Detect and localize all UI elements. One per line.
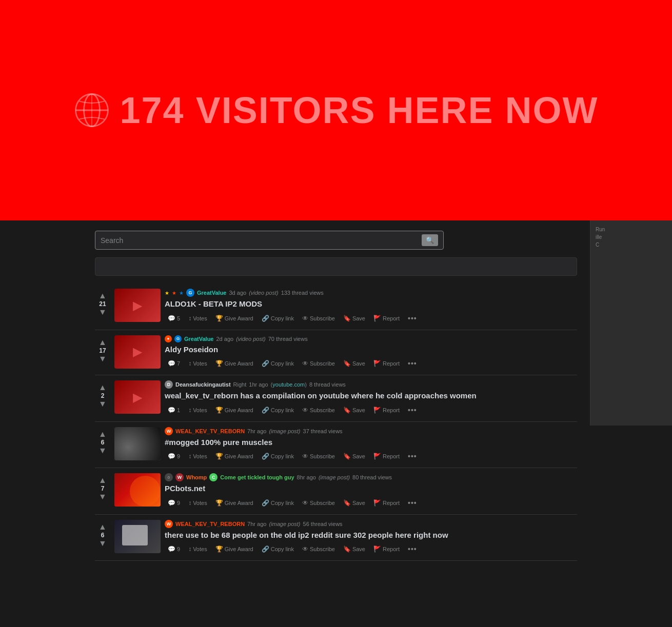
save-button[interactable]: 🔖 Save bbox=[340, 451, 368, 462]
username-tickle[interactable]: Come get tickled tough guy bbox=[220, 474, 294, 480]
give-award-button[interactable]: 🏆 Give Award bbox=[212, 404, 256, 416]
vote-column: ▲ 21 ▼ bbox=[95, 289, 110, 317]
comment-count[interactable]: 💬 7 bbox=[165, 358, 183, 369]
post-title[interactable]: PCbots.net bbox=[165, 483, 577, 494]
give-award-button[interactable]: 🏆 Give Award bbox=[212, 313, 256, 324]
votes-button[interactable]: ↕ Votes bbox=[185, 313, 210, 324]
upvote-button[interactable]: ▲ bbox=[98, 291, 107, 300]
comment-count[interactable]: 💬 9 bbox=[165, 543, 183, 555]
upvote-button[interactable]: ▲ bbox=[98, 522, 107, 532]
post-title[interactable]: Aldy Poseidon bbox=[165, 345, 577, 355]
username[interactable]: WEAL_KEV_TV_REBORN bbox=[175, 521, 245, 527]
search-input[interactable] bbox=[101, 236, 422, 245]
copy-link-button[interactable]: 🔗 Copy link bbox=[259, 358, 297, 369]
give-award-button[interactable]: 🏆 Give Award bbox=[212, 497, 256, 509]
subscribe-button[interactable]: 👁 Subscribe bbox=[299, 497, 338, 509]
username-whomp[interactable]: Whomp bbox=[186, 474, 207, 480]
username[interactable]: WEAL_KEV_TV_REBORN bbox=[175, 428, 245, 434]
post-thumbnail[interactable] bbox=[114, 473, 161, 507]
save-button[interactable]: 🔖 Save bbox=[340, 404, 368, 416]
copy-link-button[interactable]: 🔗 Copy link bbox=[259, 404, 297, 416]
post-thumbnail[interactable] bbox=[114, 427, 161, 460]
save-button[interactable]: 🔖 Save bbox=[340, 543, 368, 555]
comment-count[interactable]: 💬 5 bbox=[165, 313, 183, 324]
votes-button[interactable]: ↕ Votes bbox=[185, 404, 210, 416]
downvote-button[interactable]: ▼ bbox=[98, 492, 107, 501]
report-icon: 🚩 bbox=[373, 315, 381, 322]
upvote-button[interactable]: ▲ bbox=[98, 383, 107, 392]
more-options-button[interactable]: ••• bbox=[405, 450, 420, 462]
downvote-button[interactable]: ▼ bbox=[98, 539, 107, 548]
votes-button[interactable]: ↕ Votes bbox=[185, 497, 210, 509]
post-title[interactable]: #mogged 100% pure muscles bbox=[165, 437, 577, 448]
post-thumbnail[interactable] bbox=[114, 520, 161, 553]
username[interactable]: GreatValue bbox=[184, 336, 213, 342]
action-bar: 💬 9 ↕ Votes 🏆 Give Award 🔗 Copy link bbox=[165, 543, 577, 555]
post-time: 7hr ago bbox=[247, 428, 266, 434]
subscribe-button[interactable]: 👁 Subscribe bbox=[299, 313, 338, 324]
votes-icon: ↕ bbox=[188, 315, 191, 322]
more-options-button[interactable]: ••• bbox=[405, 497, 420, 509]
avatar: D bbox=[165, 380, 173, 389]
give-award-label: Give Award bbox=[225, 546, 253, 552]
comment-count[interactable]: 💬 1 bbox=[165, 404, 183, 416]
save-label: Save bbox=[352, 407, 365, 413]
subscribe-button[interactable]: 👁 Subscribe bbox=[299, 358, 338, 369]
report-button[interactable]: 🚩 Report bbox=[370, 543, 403, 555]
save-button[interactable]: 🔖 Save bbox=[340, 497, 368, 509]
votes-button[interactable]: ↕ Votes bbox=[185, 358, 210, 369]
copy-link-button[interactable]: 🔗 Copy link bbox=[259, 543, 297, 555]
downvote-button[interactable]: ▼ bbox=[98, 446, 107, 455]
post-thumbnail[interactable]: ▶ bbox=[114, 380, 161, 414]
post-title[interactable]: ALDO1K - BETA IP2 MODS bbox=[165, 299, 577, 309]
report-button[interactable]: 🚩 Report bbox=[370, 313, 403, 324]
report-button[interactable]: 🚩 Report bbox=[370, 451, 403, 462]
comment-count[interactable]: 💬 9 bbox=[165, 451, 183, 462]
votes-button[interactable]: ↕ Votes bbox=[185, 451, 210, 462]
filter-bar[interactable] bbox=[95, 257, 577, 276]
upvote-button[interactable]: ▲ bbox=[98, 476, 107, 485]
search-button[interactable]: 🔍 bbox=[422, 234, 438, 246]
more-dots: ••• bbox=[408, 314, 417, 322]
more-options-button[interactable]: ••• bbox=[405, 357, 420, 370]
report-button[interactable]: 🚩 Report bbox=[370, 497, 403, 509]
more-dots: ••• bbox=[408, 545, 417, 553]
copy-link-button[interactable]: 🔗 Copy link bbox=[259, 497, 297, 509]
save-button[interactable]: 🔖 Save bbox=[340, 313, 368, 324]
upvote-button[interactable]: ▲ bbox=[98, 430, 107, 439]
more-options-button[interactable]: ••• bbox=[405, 543, 420, 555]
post-thumbnail[interactable]: ▶ bbox=[114, 289, 161, 322]
votes-icon: ↕ bbox=[188, 545, 191, 553]
give-award-button[interactable]: 🏆 Give Award bbox=[212, 451, 256, 462]
more-options-button[interactable]: ••• bbox=[405, 404, 420, 416]
copy-link-button[interactable]: 🔗 Copy link bbox=[259, 313, 297, 324]
downvote-button[interactable]: ▼ bbox=[98, 399, 107, 409]
copy-link-button[interactable]: 🔗 Copy link bbox=[259, 451, 297, 462]
report-button[interactable]: 🚩 Report bbox=[370, 358, 403, 369]
upvote-button[interactable]: ▲ bbox=[98, 338, 107, 347]
sidebar-text: Run ille C bbox=[596, 226, 667, 249]
downvote-button[interactable]: ▼ bbox=[98, 308, 107, 317]
subscribe-button[interactable]: 👁 Subscribe bbox=[299, 404, 338, 416]
subscribe-button[interactable]: 👁 Subscribe bbox=[299, 451, 338, 462]
more-options-button[interactable]: ••• bbox=[405, 312, 420, 325]
subscribe-button[interactable]: 👁 Subscribe bbox=[299, 543, 338, 555]
give-award-button[interactable]: 🏆 Give Award bbox=[212, 358, 256, 369]
vote-column: ▲ 6 ▼ bbox=[95, 520, 110, 548]
post-title[interactable]: weal_kev_tv_reborn has a compilation on … bbox=[165, 391, 577, 401]
username[interactable]: Deansafuckingautist bbox=[175, 381, 231, 388]
post-thumbnail[interactable]: ▶ bbox=[114, 335, 161, 369]
downvote-button[interactable]: ▼ bbox=[98, 354, 107, 363]
post-time: 7hr ago bbox=[247, 521, 266, 527]
give-award-button[interactable]: 🏆 Give Award bbox=[212, 543, 256, 555]
report-button[interactable]: 🚩 Report bbox=[370, 404, 403, 416]
save-button[interactable]: 🔖 Save bbox=[340, 358, 368, 369]
subscribe-icon: 👁 bbox=[302, 545, 308, 553]
username[interactable]: GreatValue bbox=[197, 290, 226, 296]
copy-icon: 🔗 bbox=[262, 545, 269, 553]
post-title[interactable]: there use to be 68 people on the old ip2… bbox=[165, 530, 577, 540]
vote-count: 7 bbox=[101, 485, 105, 492]
comment-count[interactable]: 💬 9 bbox=[165, 497, 183, 509]
yt-link[interactable]: (youtube.com) bbox=[271, 381, 307, 388]
votes-button[interactable]: ↕ Votes bbox=[185, 543, 210, 555]
